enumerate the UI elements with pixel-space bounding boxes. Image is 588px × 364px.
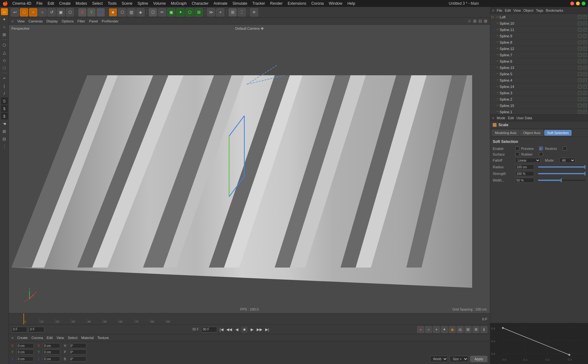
obj-row-spline8[interactable]: ~ Spline.8 ✓✓ xyxy=(490,39,588,46)
pb-grid[interactable]: ⊞ xyxy=(465,326,472,333)
obj-check-vis-s2[interactable]: ✓ xyxy=(578,97,582,101)
pb-path[interactable]: ◎ xyxy=(457,326,464,333)
toolbar-green[interactable]: ▣ xyxy=(167,8,175,16)
obj-check-vis-s3[interactable]: ✓ xyxy=(578,91,582,95)
graph-area[interactable]: 0.8 0.4 0.0 0.0 0.1 0.2 0.3 xyxy=(490,323,588,364)
obj-check-render-s2[interactable]: ✓ xyxy=(583,97,587,101)
world-dropdown[interactable]: World xyxy=(430,356,448,362)
obj-menu-bookmarks[interactable]: Bookmarks xyxy=(546,9,563,12)
vp-menu-panel[interactable]: Panel xyxy=(89,19,98,23)
menu-mograph[interactable]: MoGraph xyxy=(169,1,189,6)
obj-menu-file[interactable]: File xyxy=(497,9,502,12)
bottom-menu-texture[interactable]: Texture xyxy=(97,336,109,340)
toolbar-tag[interactable]: ⌖ xyxy=(216,8,224,16)
obj-row-loft[interactable]: ▷ □ Loft ✓ ✓ xyxy=(490,14,588,20)
vp-menu-cameras[interactable]: Cameras xyxy=(28,19,43,23)
obj-check-render-s3[interactable]: ✓ xyxy=(583,91,587,95)
tool-polygon[interactable]: ⬡ xyxy=(1,41,8,48)
toolbar-x[interactable]: X xyxy=(78,8,86,16)
ss-falloff-select[interactable]: Linear xyxy=(515,158,541,163)
obj-row-spline5[interactable]: ~ Spline.5 ✓✓ xyxy=(490,71,588,77)
menu-create[interactable]: Create xyxy=(57,1,73,6)
menu-help[interactable]: Help xyxy=(345,1,358,6)
tab-object-axis[interactable]: Object Axis xyxy=(520,130,543,136)
obj-check-vis-s12[interactable]: ✓ xyxy=(578,47,582,51)
frame-start-input[interactable] xyxy=(11,327,27,332)
ss-preview-check[interactable]: ✓ xyxy=(539,146,543,151)
obj-check-render-s6[interactable]: ✓ xyxy=(583,59,587,63)
coord-input-h[interactable] xyxy=(69,343,86,348)
ss-radius-slider[interactable] xyxy=(538,166,585,168)
menu-render[interactable]: Render xyxy=(268,1,285,6)
pb-transform[interactable]: ✦ xyxy=(441,326,448,333)
toolbar-y[interactable]: Y xyxy=(87,8,96,16)
tool-object[interactable]: □ xyxy=(1,64,8,71)
obj-check-render-s10[interactable]: ✓ xyxy=(583,22,587,25)
coord-input-z[interactable] xyxy=(16,356,34,361)
frame-current-input[interactable] xyxy=(28,327,44,332)
tool-hand[interactable]: ☚ xyxy=(1,120,8,127)
menu-window[interactable]: Window xyxy=(327,1,345,6)
toolbar-spline3[interactable]: ⊞ xyxy=(195,8,203,16)
toolbar-spline[interactable]: ✦ xyxy=(176,8,185,16)
toolbar-spline2[interactable]: ⬡ xyxy=(185,8,194,16)
obj-row-spline13[interactable]: ~ Spline.13 ✓✓ xyxy=(490,65,588,71)
obj-check-vis-loft[interactable]: ✓ xyxy=(578,15,582,19)
vp-icon-lock[interactable]: ⊞ xyxy=(473,19,477,23)
obj-check-vis-s15[interactable]: ✓ xyxy=(578,104,582,108)
ss-width-slider[interactable] xyxy=(538,180,585,181)
size-dropdown[interactable]: Size + xyxy=(450,356,468,362)
obj-check-render-loft[interactable]: ✓ xyxy=(583,15,587,19)
obj-check-vis-s13[interactable]: ✓ xyxy=(578,66,582,70)
toolbar-cube[interactable]: ⬡ xyxy=(149,8,157,16)
obj-check-render-s12[interactable]: ✓ xyxy=(583,47,587,51)
tool-rotate[interactable]: ○ xyxy=(1,23,8,30)
obj-row-spline12[interactable]: ~ Spline.12 ✓✓ xyxy=(490,46,588,52)
toolbar-z[interactable]: Z xyxy=(97,8,105,16)
obj-check-vis-s9[interactable]: ✓ xyxy=(578,34,582,38)
menu-scene[interactable]: Scene xyxy=(120,1,135,6)
menu-tracker[interactable]: Tracker xyxy=(250,1,267,6)
tool-dots[interactable]: ⁚ xyxy=(1,143,8,150)
obj-row-spline4[interactable]: ~ Spline.4 ✓✓ xyxy=(490,77,588,83)
toolbar-model-orange[interactable]: ■ xyxy=(109,8,117,16)
viewport[interactable]: Perspective Default Camera ✤ X Y FPS : 1… xyxy=(9,25,490,313)
apply-button[interactable]: Apply xyxy=(470,356,487,362)
obj-check-vis-s14[interactable]: ✓ xyxy=(578,85,582,89)
menu-extensions[interactable]: Extensions xyxy=(285,1,309,6)
play-to-end[interactable]: ▶| xyxy=(264,326,270,333)
toolbar-pencil[interactable]: ✏ xyxy=(158,8,166,16)
toolbar-circle[interactable]: ○ xyxy=(38,8,47,16)
toolbar-btn2[interactable]: ⬡ xyxy=(118,8,126,16)
play-prev-frame[interactable]: ◀◀ xyxy=(226,326,232,333)
obj-check-render-s1[interactable]: ✓ xyxy=(583,110,587,114)
obj-menu-edit[interactable]: Edit xyxy=(505,9,511,12)
obj-check-vis-s5[interactable]: ✓ xyxy=(578,72,582,76)
tab-soft-selection[interactable]: Soft Selection xyxy=(544,130,572,136)
menu-cinema4d[interactable]: Cinema 4D xyxy=(10,1,34,6)
minimize-btn[interactable] xyxy=(576,2,580,5)
vp-menu-filter[interactable]: Filter xyxy=(78,19,85,23)
pb-motion[interactable]: ◉ xyxy=(449,326,456,333)
pb-info[interactable]: ℹ xyxy=(480,326,487,333)
menu-volume[interactable]: Volume xyxy=(151,1,168,6)
ss-surface-check[interactable] xyxy=(515,152,519,156)
tool-move[interactable]: ↔ xyxy=(1,8,8,15)
obj-check-vis-s6[interactable]: ✓ xyxy=(578,59,582,63)
ss-radius-input[interactable] xyxy=(515,164,534,170)
tab-modeling-axis[interactable]: Modeling Axis xyxy=(492,130,519,136)
menu-select[interactable]: Select xyxy=(90,1,105,6)
toolbar-undo[interactable]: ↩ xyxy=(11,8,19,16)
bottom-menu-view[interactable]: View xyxy=(57,336,64,340)
coord-input-x[interactable] xyxy=(16,343,34,348)
vp-menu-view[interactable]: View xyxy=(17,19,25,23)
obj-check-vis-s1[interactable]: ✓ xyxy=(578,110,582,114)
obj-row-spline7[interactable]: ~ Spline.7 ✓✓ xyxy=(490,52,588,58)
obj-row-spline2[interactable]: ~ Spline.2 ✓✓ xyxy=(490,96,588,102)
menu-spline[interactable]: Spline xyxy=(135,1,150,6)
menu-character[interactable]: Character xyxy=(190,1,211,6)
obj-check-vis-s4[interactable]: ✓ xyxy=(578,78,582,82)
toolbar-sun[interactable]: ☀ xyxy=(250,8,258,16)
vp-menu-prorender[interactable]: ProRender xyxy=(102,19,118,23)
timeline-area[interactable]: 0 10 20 30 40 50 60 70 80 90 0 F xyxy=(9,313,490,324)
